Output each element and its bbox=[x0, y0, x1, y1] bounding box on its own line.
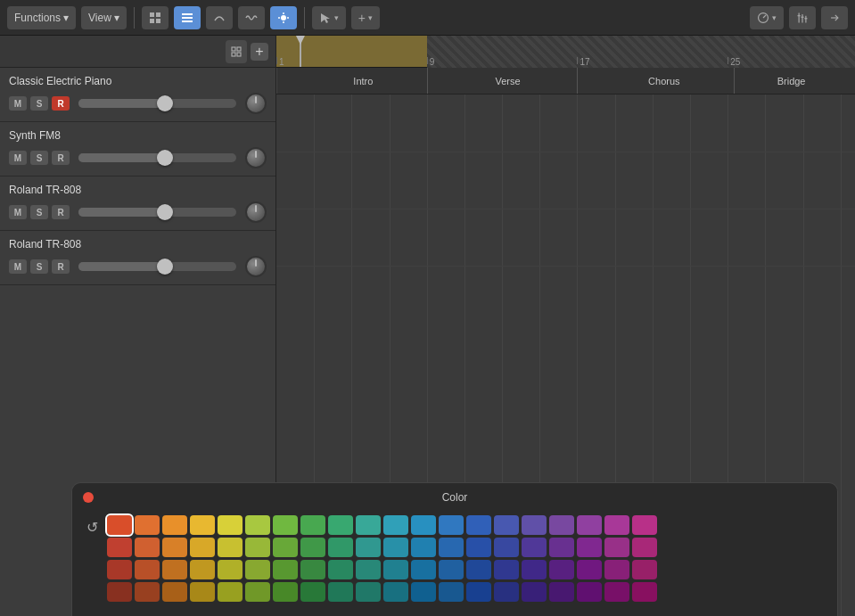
list-btn[interactable] bbox=[174, 6, 201, 29]
color-swatch-1-1[interactable] bbox=[135, 538, 160, 557]
solo-btn-0[interactable]: S bbox=[30, 96, 48, 111]
color-swatch-0-16[interactable] bbox=[549, 515, 574, 535]
volume-slider-3[interactable] bbox=[78, 262, 236, 271]
slider-thumb-0[interactable] bbox=[157, 95, 173, 111]
volume-slider-0[interactable] bbox=[78, 99, 236, 108]
color-swatch-3-2[interactable] bbox=[162, 582, 187, 602]
pan-knob-2[interactable] bbox=[245, 201, 267, 223]
color-swatch-3-9[interactable] bbox=[356, 582, 381, 602]
color-swatch-0-2[interactable] bbox=[162, 515, 187, 535]
color-swatch-0-7[interactable] bbox=[300, 515, 325, 535]
color-swatch-0-5[interactable] bbox=[245, 515, 270, 535]
color-swatch-1-5[interactable] bbox=[245, 538, 270, 557]
color-swatch-0-0[interactable] bbox=[107, 515, 132, 535]
solo-btn-3[interactable]: S bbox=[30, 259, 48, 274]
color-swatch-3-17[interactable] bbox=[577, 582, 602, 602]
color-swatch-0-13[interactable] bbox=[466, 515, 491, 535]
color-swatch-3-5[interactable] bbox=[245, 582, 270, 602]
color-swatch-0-6[interactable] bbox=[273, 515, 298, 535]
color-swatch-1-19[interactable] bbox=[632, 538, 657, 557]
color-swatch-0-4[interactable] bbox=[218, 515, 243, 535]
record-btn-2[interactable]: R bbox=[52, 205, 70, 219]
color-swatch-2-10[interactable] bbox=[383, 560, 408, 579]
record-btn-3[interactable]: R bbox=[52, 259, 70, 274]
color-swatch-1-15[interactable] bbox=[522, 538, 547, 557]
functions-menu[interactable]: Functions ▾ bbox=[7, 6, 76, 29]
color-swatch-0-9[interactable] bbox=[356, 515, 381, 535]
color-swatch-0-17[interactable] bbox=[577, 515, 602, 535]
color-swatch-0-1[interactable] bbox=[135, 515, 160, 535]
color-swatch-2-0[interactable] bbox=[107, 560, 132, 579]
volume-slider-1[interactable] bbox=[78, 153, 236, 162]
color-swatch-3-18[interactable] bbox=[604, 582, 629, 602]
color-swatch-2-14[interactable] bbox=[494, 560, 519, 579]
color-swatch-2-2[interactable] bbox=[162, 560, 187, 579]
color-swatch-2-15[interactable] bbox=[522, 560, 547, 579]
color-swatch-1-2[interactable] bbox=[162, 538, 187, 557]
mute-btn-0[interactable]: M bbox=[9, 96, 27, 111]
color-swatch-1-17[interactable] bbox=[577, 538, 602, 557]
color-swatch-1-7[interactable] bbox=[300, 538, 325, 557]
color-swatch-1-4[interactable] bbox=[218, 538, 243, 557]
color-swatch-1-16[interactable] bbox=[549, 538, 574, 557]
color-swatch-3-8[interactable] bbox=[328, 582, 353, 602]
record-btn-0[interactable]: R bbox=[52, 96, 70, 111]
view-menu[interactable]: View ▾ bbox=[81, 6, 127, 29]
color-swatch-3-14[interactable] bbox=[494, 582, 519, 602]
color-swatch-1-9[interactable] bbox=[356, 538, 381, 557]
slider-thumb-3[interactable] bbox=[157, 259, 173, 275]
solo-btn-1[interactable]: S bbox=[30, 151, 48, 165]
color-swatch-1-10[interactable] bbox=[383, 538, 408, 557]
color-swatch-2-1[interactable] bbox=[135, 560, 160, 579]
color-swatch-3-13[interactable] bbox=[466, 582, 491, 602]
color-swatch-1-3[interactable] bbox=[190, 538, 215, 557]
color-swatch-1-6[interactable] bbox=[273, 538, 298, 557]
color-swatch-2-4[interactable] bbox=[218, 560, 243, 579]
slider-thumb-2[interactable] bbox=[157, 204, 173, 220]
color-swatch-2-3[interactable] bbox=[190, 560, 215, 579]
color-swatch-0-18[interactable] bbox=[604, 515, 629, 535]
curve-btn[interactable] bbox=[206, 6, 233, 29]
pan-knob-3[interactable] bbox=[245, 256, 267, 277]
color-swatch-3-15[interactable] bbox=[522, 582, 547, 602]
color-swatch-1-12[interactable] bbox=[439, 538, 464, 557]
color-swatch-1-11[interactable] bbox=[411, 538, 436, 557]
pan-knob-1[interactable] bbox=[245, 147, 267, 168]
color-swatch-0-8[interactable] bbox=[328, 515, 353, 535]
color-swatch-3-1[interactable] bbox=[135, 582, 160, 602]
volume-slider-2[interactable] bbox=[78, 208, 236, 217]
pointer-btn[interactable]: ▾ bbox=[312, 6, 346, 29]
snap-btn[interactable] bbox=[270, 6, 297, 29]
color-swatch-2-13[interactable] bbox=[466, 560, 491, 579]
add-track-btn[interactable]: + bbox=[251, 43, 268, 61]
color-swatch-2-12[interactable] bbox=[439, 560, 464, 579]
color-swatch-0-15[interactable] bbox=[522, 515, 547, 535]
color-swatch-0-19[interactable] bbox=[632, 515, 657, 535]
mute-btn-2[interactable]: M bbox=[9, 205, 27, 219]
color-swatch-2-16[interactable] bbox=[549, 560, 574, 579]
arrow-btn[interactable] bbox=[821, 6, 848, 29]
wave-btn[interactable] bbox=[238, 6, 265, 29]
add-element-btn[interactable]: + ▾ bbox=[351, 6, 380, 29]
color-swatch-3-6[interactable] bbox=[273, 582, 298, 602]
color-swatch-1-14[interactable] bbox=[494, 538, 519, 557]
color-swatch-0-12[interactable] bbox=[439, 515, 464, 535]
color-swatch-2-5[interactable] bbox=[245, 560, 270, 579]
playhead[interactable] bbox=[300, 36, 301, 67]
color-swatch-0-11[interactable] bbox=[411, 515, 436, 535]
color-swatch-2-11[interactable] bbox=[411, 560, 436, 579]
color-swatch-3-0[interactable] bbox=[107, 582, 132, 602]
color-swatch-3-19[interactable] bbox=[632, 582, 657, 602]
color-swatch-0-14[interactable] bbox=[494, 515, 519, 535]
solo-btn-2[interactable]: S bbox=[30, 205, 48, 219]
slider-thumb-1[interactable] bbox=[157, 150, 173, 166]
color-swatch-1-13[interactable] bbox=[466, 538, 491, 557]
color-swatch-0-3[interactable] bbox=[190, 515, 215, 535]
color-swatch-1-8[interactable] bbox=[328, 538, 353, 557]
expand-btn[interactable] bbox=[226, 40, 247, 63]
grid-btn[interactable] bbox=[142, 6, 169, 29]
record-btn-1[interactable]: R bbox=[52, 151, 70, 165]
color-swatch-3-16[interactable] bbox=[549, 582, 574, 602]
color-swatch-3-4[interactable] bbox=[218, 582, 243, 602]
color-swatch-3-7[interactable] bbox=[300, 582, 325, 602]
